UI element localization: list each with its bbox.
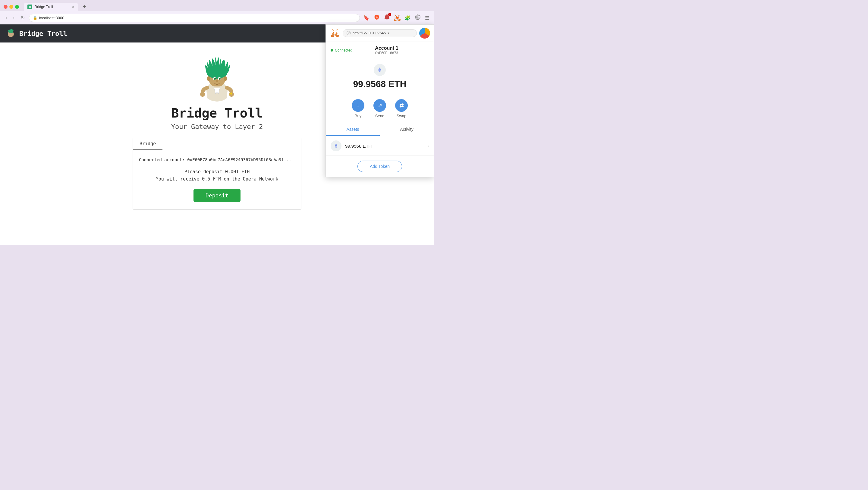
metamask-button[interactable]: 🦊 [393, 13, 401, 22]
connected-account-info: Connected account: 0xF60F78a0bc7AeA6E924… [139, 157, 295, 162]
mm-activity-tab[interactable]: Activity [380, 123, 434, 136]
mm-assets-list: 99.9568 ETH › [326, 136, 434, 156]
mm-network-url: http://127.0.0.1:7545 [352, 31, 386, 35]
mm-buy-icon: ↓ [352, 99, 364, 112]
page-title: Bridge Troll [171, 106, 262, 121]
svg-point-0 [29, 6, 31, 8]
mm-avatar[interactable] [419, 28, 430, 38]
mm-network-chevron-icon: ▾ [388, 31, 390, 35]
mm-actions: ↓ Buy ↗ Send ⇄ Swap [326, 94, 434, 123]
bridge-tab-button[interactable]: Bridge [133, 138, 162, 150]
mm-send-button[interactable]: ↗ Send [373, 99, 386, 118]
deposit-button[interactable]: Deposit [193, 189, 241, 202]
browser-tab[interactable]: Bridge Troll × [24, 3, 78, 11]
minimize-button[interactable] [9, 5, 13, 9]
mm-swap-icon: ⇄ [395, 99, 408, 112]
deposit-info: Please deposit 0.001 ETH You will receiv… [139, 168, 295, 183]
close-button[interactable] [4, 5, 7, 9]
mm-asset-row[interactable]: 99.9568 ETH › [326, 136, 434, 156]
page-subtitle: Your Gateway to Layer 2 [171, 123, 263, 130]
svg-point-30 [200, 92, 205, 97]
mm-header: ? http://127.0.0.1:7545 ▾ [326, 25, 434, 42]
toolbar-icons: 🔖 B 1 [362, 13, 430, 23]
tab-title: Bridge Troll [35, 5, 53, 9]
address-text: localhost:3000 [39, 16, 64, 20]
mm-tabs: Assets Activity [326, 123, 434, 136]
mm-asset-eth-icon [331, 141, 341, 151]
mm-balance: 99.9568 ETH [331, 79, 429, 89]
mm-account-info: Account 1 0xF60F...8d73 [375, 45, 398, 55]
tab-favicon [27, 4, 32, 9]
tab-close-button[interactable]: × [72, 5, 74, 9]
extensions-button[interactable]: 🧩 [403, 14, 412, 22]
mm-eth-icon [374, 64, 386, 76]
mm-swap-label: Swap [397, 114, 407, 118]
svg-marker-36 [333, 32, 334, 34]
connected-account-label: Connected account: [139, 157, 185, 162]
brave-globe-button[interactable] [413, 13, 422, 23]
app-wrapper: Bridge Troll [0, 24, 434, 245]
mm-connected-dot [331, 49, 333, 52]
mm-asset-chevron-icon: › [427, 143, 429, 149]
bridge-tab-content: Connected account: 0xF60F78a0bc7AeA6E924… [133, 150, 301, 209]
svg-point-27 [216, 80, 218, 82]
svg-marker-65 [335, 144, 337, 147]
svg-marker-33 [331, 29, 334, 31]
app-header-icon [6, 28, 16, 39]
mm-send-icon: ↗ [373, 99, 386, 112]
back-button[interactable]: ‹ [4, 14, 9, 22]
mm-assets-tab[interactable]: Assets [326, 123, 380, 136]
mm-send-label: Send [375, 114, 384, 118]
mm-balance-section: 99.9568 ETH [326, 59, 434, 94]
svg-marker-63 [378, 67, 380, 71]
reload-button[interactable]: ↻ [19, 14, 27, 22]
forward-button[interactable]: › [11, 14, 16, 22]
security-lock-icon: 🔒 [33, 16, 37, 20]
app-header-title: Bridge Troll [19, 30, 67, 37]
svg-point-25 [215, 78, 216, 79]
new-tab-button[interactable]: + [81, 2, 89, 11]
mm-swap-button[interactable]: ⇄ Swap [395, 99, 408, 118]
address-bar[interactable]: 🔒 localhost:3000 [29, 14, 360, 22]
browser-toolbar: ‹ › ↻ 🔒 localhost:3000 🔖 B 1 [0, 11, 434, 24]
svg-text:B: B [376, 16, 378, 19]
window-controls [4, 5, 19, 9]
svg-marker-37 [336, 32, 338, 33]
bridge-tab-container: Bridge Connected account: 0xF60F78a0bc7A… [133, 138, 301, 210]
mm-network-icon: ? [347, 31, 351, 35]
svg-marker-32 [336, 29, 339, 31]
notification-badge: 1 [388, 13, 391, 16]
metamask-logo [330, 28, 340, 38]
bridge-tab-header: Bridge [133, 138, 301, 150]
maximize-button[interactable] [15, 5, 19, 9]
brave-shield-button[interactable]: B [373, 13, 381, 23]
metamask-popup: ? http://127.0.0.1:7545 ▾ Connected Acco… [326, 24, 434, 177]
mm-network-button[interactable]: ? http://127.0.0.1:7545 ▾ [343, 29, 417, 37]
svg-point-26 [220, 78, 221, 79]
mm-connected-text: Connected [335, 48, 352, 53]
mm-add-token-section: Add Token [326, 156, 434, 177]
mm-buy-button[interactable]: ↓ Buy [352, 99, 364, 118]
svg-point-28 [207, 76, 210, 81]
mm-more-options-button[interactable]: ⋮ [421, 46, 429, 55]
mm-asset-eth-amount: 99.9568 ETH [345, 144, 427, 149]
tab-bar: Bridge Troll × + [0, 0, 434, 11]
mm-account-bar: Connected Account 1 0xF60F...8d73 ⋮ [326, 42, 434, 59]
bookmark-button[interactable]: 🔖 [362, 14, 371, 22]
hamburger-menu-button[interactable]: ☰ [424, 14, 430, 22]
troll-mascot [193, 52, 241, 103]
svg-text:🦊: 🦊 [395, 16, 399, 20]
mm-account-name: Account 1 [375, 45, 398, 51]
deposit-line1: Please deposit 0.001 ETH [139, 168, 295, 175]
deposit-line2: You will receive 0.5 FTM on the Opera Ne… [139, 175, 295, 183]
connected-account-address: 0xF60F78a0bc7AeA6E9249367bD95Df03eAa3f..… [187, 157, 291, 162]
svg-point-29 [224, 76, 227, 81]
mm-account-address: 0xF60F...8d73 [375, 51, 398, 55]
mm-add-token-button[interactable]: Add Token [358, 161, 402, 172]
browser-chrome: Bridge Troll × + ‹ › ↻ 🔒 localhost:3000 … [0, 0, 434, 24]
mm-buy-label: Buy [355, 114, 361, 118]
notification-button[interactable]: 1 [383, 13, 391, 23]
